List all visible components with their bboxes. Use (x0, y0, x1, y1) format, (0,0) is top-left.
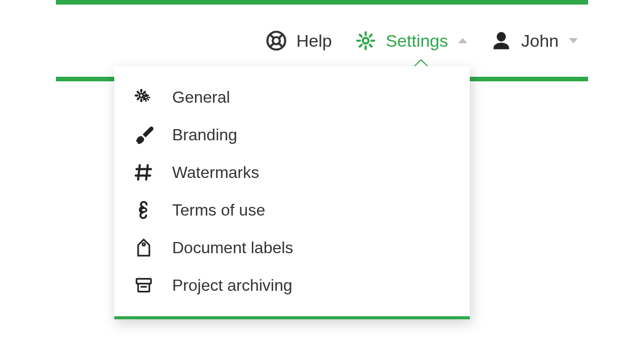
menu-item-label: Watermarks (172, 163, 259, 182)
svg-point-1 (273, 37, 280, 44)
header-accent-top (56, 0, 588, 5)
menu-item-label: Terms of use (172, 201, 265, 220)
section-sign-icon (133, 200, 155, 220)
tag-icon (133, 238, 155, 257)
svg-line-2 (270, 35, 274, 38)
paint-brush-icon (133, 125, 155, 144)
user-menu-button[interactable]: John (491, 30, 578, 51)
svg-line-4 (270, 43, 274, 47)
svg-point-6 (363, 38, 369, 43)
settings-menu-project-archiving[interactable]: Project archiving (114, 266, 470, 304)
svg-point-9 (141, 208, 147, 212)
caret-up-icon (458, 38, 467, 43)
help-label: Help (296, 32, 332, 49)
svg-rect-11 (137, 279, 151, 284)
menu-item-label: Project archiving (172, 276, 293, 295)
gear-icon (355, 30, 376, 51)
archive-box-icon (133, 276, 155, 295)
settings-menu-document-labels[interactable]: Document labels (114, 229, 470, 266)
settings-menu-terms[interactable]: Terms of use (114, 191, 470, 229)
settings-dropdown: General Branding Watermarks (114, 66, 470, 319)
settings-menu: General Branding Watermarks (114, 66, 470, 316)
gears-icon (133, 87, 155, 107)
settings-button[interactable]: Settings (355, 30, 467, 51)
header-nav: Help Settings (266, 30, 578, 51)
user-icon (491, 30, 512, 51)
settings-menu-general[interactable]: General (114, 78, 470, 116)
menu-item-label: Document labels (172, 238, 293, 257)
settings-menu-watermarks[interactable]: Watermarks (114, 154, 470, 191)
menu-item-label: Branding (172, 126, 237, 144)
menu-item-label: General (172, 88, 230, 107)
caret-down-icon (569, 38, 578, 43)
life-ring-icon (266, 30, 287, 51)
svg-point-8 (145, 96, 147, 99)
dropdown-notch-inner (415, 60, 427, 67)
hash-icon (133, 163, 155, 182)
svg-line-5 (279, 43, 283, 47)
svg-line-3 (279, 35, 283, 38)
svg-point-10 (142, 243, 145, 246)
user-name: John (521, 32, 559, 49)
settings-label: Settings (385, 32, 448, 49)
settings-menu-branding[interactable]: Branding (114, 116, 470, 154)
help-button[interactable]: Help (266, 30, 332, 51)
